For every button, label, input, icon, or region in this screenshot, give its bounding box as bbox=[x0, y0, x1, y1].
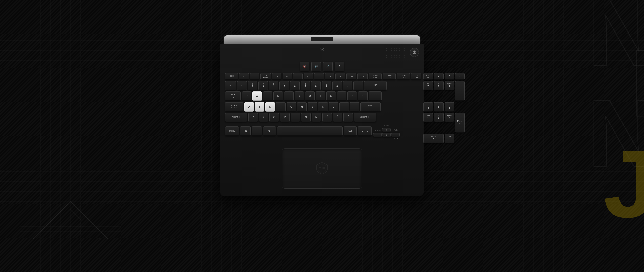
key-right-alt[interactable]: ALT bbox=[344, 126, 357, 136]
key-z[interactable]: Z bbox=[248, 113, 258, 122]
key-num-minus[interactable]: - bbox=[455, 73, 465, 80]
key-esc[interactable]: ESC bbox=[225, 73, 238, 80]
key-minus[interactable]: _- bbox=[343, 81, 352, 90]
key-num-5[interactable]: 5 bbox=[434, 102, 444, 112]
key-j[interactable]: J bbox=[308, 102, 317, 112]
key-right-shift[interactable]: SHIFT ⇧ bbox=[354, 113, 376, 122]
key-v[interactable]: V bbox=[280, 113, 290, 122]
key-f[interactable]: F bbox=[276, 102, 286, 112]
key-right-arrow[interactable]: → bbox=[391, 133, 400, 137]
key-left-ctrl[interactable]: CTRL bbox=[225, 126, 239, 136]
key-num-7[interactable]: Home7 bbox=[423, 81, 433, 90]
key-semicolon[interactable]: :; bbox=[339, 102, 349, 112]
key-u[interactable]: U bbox=[305, 91, 315, 101]
key-down-arrow[interactable]: ↓ bbox=[382, 133, 391, 137]
key-g[interactable]: G bbox=[287, 102, 296, 112]
key-num-0[interactable]: Insert0 bbox=[423, 134, 444, 143]
key-num-enter[interactable]: Enter↵ bbox=[455, 113, 465, 133]
key-equals[interactable]: += bbox=[353, 81, 363, 90]
key-m[interactable]: M bbox=[312, 113, 321, 122]
key-n[interactable]: N bbox=[301, 113, 311, 122]
key-f12[interactable]: F12 bbox=[357, 73, 368, 80]
key-1[interactable]: !1 bbox=[237, 81, 247, 90]
key-w[interactable]: W bbox=[252, 91, 262, 101]
key-num-8[interactable]: ↑8 bbox=[434, 81, 444, 90]
key-s[interactable]: S bbox=[255, 102, 264, 112]
key-left-shift[interactable]: SHIFT ⇧ bbox=[225, 113, 247, 122]
key-num-3[interactable]: PgDn3 bbox=[445, 113, 454, 122]
key-q[interactable]: Q bbox=[242, 91, 251, 101]
key-mic[interactable]: 🎤 bbox=[323, 62, 333, 71]
key-left-arrow[interactable]: ← bbox=[373, 133, 382, 137]
key-fn[interactable]: FN bbox=[240, 126, 251, 136]
key-mute[interactable]: 🔇 bbox=[300, 62, 309, 71]
key-f3[interactable]: F3AURA bbox=[260, 73, 271, 80]
key-p[interactable]: P bbox=[337, 91, 346, 101]
key-num-9[interactable]: PgUp9 bbox=[445, 81, 454, 90]
key-8[interactable]: *8 bbox=[311, 81, 321, 90]
key-9[interactable]: (9 bbox=[322, 81, 331, 90]
key-d[interactable]: D bbox=[265, 102, 275, 112]
key-backslash[interactable]: |\ bbox=[369, 91, 382, 101]
key-f5[interactable]: F5 bbox=[283, 73, 292, 80]
key-o[interactable]: O bbox=[326, 91, 336, 101]
key-prtsc[interactable]: PrtScScrLk bbox=[397, 73, 410, 80]
key-space[interactable] bbox=[277, 126, 343, 136]
key-num-plus[interactable]: + bbox=[455, 81, 465, 101]
key-i[interactable]: I bbox=[316, 91, 325, 101]
key-tilde[interactable]: ~` bbox=[225, 81, 236, 90]
key-2[interactable]: @2 bbox=[248, 81, 257, 90]
key-f7[interactable]: F7 bbox=[304, 73, 313, 80]
key-c[interactable]: C bbox=[269, 113, 279, 122]
key-pause[interactable]: PauseBreak bbox=[383, 73, 396, 80]
key-f8[interactable]: F8 bbox=[314, 73, 324, 80]
key-4[interactable]: $4 bbox=[269, 81, 278, 90]
key-period[interactable]: >. bbox=[333, 113, 342, 122]
key-e[interactable]: E bbox=[263, 91, 272, 101]
key-x[interactable]: X bbox=[259, 113, 268, 122]
key-f2[interactable]: F2 bbox=[250, 73, 259, 80]
key-a[interactable]: A bbox=[244, 102, 254, 112]
key-backspace[interactable]: ⌫ bbox=[364, 81, 387, 90]
key-num-6[interactable]: →6 bbox=[445, 102, 454, 112]
key-delete[interactable]: DeleteInsert bbox=[369, 73, 382, 80]
key-3[interactable]: #3 bbox=[258, 81, 268, 90]
key-5[interactable]: %5 bbox=[279, 81, 289, 90]
key-b[interactable]: B bbox=[291, 113, 300, 122]
key-num-divide[interactable]: / bbox=[434, 73, 444, 80]
key-up-arrow[interactable]: ↑ bbox=[382, 128, 391, 132]
key-y[interactable]: Y bbox=[295, 91, 304, 101]
key-enter[interactable]: ENTER↵ bbox=[360, 102, 381, 112]
key-quote[interactable]: "' bbox=[350, 102, 359, 112]
key-left-alt[interactable]: ALT bbox=[263, 126, 276, 136]
key-rbracket[interactable]: }] bbox=[358, 91, 368, 101]
key-caps-lock[interactable]: CAPSLOCK bbox=[225, 102, 243, 112]
key-f11[interactable]: F11 bbox=[346, 73, 356, 80]
key-home[interactable]: HomeEnd bbox=[411, 73, 421, 80]
key-tab[interactable]: TAB⇥ bbox=[225, 91, 241, 101]
key-fan[interactable]: ⚙ bbox=[335, 62, 344, 71]
key-f6[interactable]: F6 bbox=[293, 73, 303, 80]
key-r[interactable]: R bbox=[273, 91, 283, 101]
power-button[interactable]: ⏻ bbox=[410, 48, 419, 57]
key-0[interactable]: )0 bbox=[332, 81, 342, 90]
key-volume-up[interactable]: 🔊 bbox=[311, 62, 321, 71]
key-slash[interactable]: ?/ bbox=[343, 113, 353, 122]
key-windows[interactable]: ⊞ bbox=[252, 126, 262, 136]
key-f10[interactable]: F10 bbox=[335, 73, 345, 80]
key-num-1[interactable]: End1 bbox=[423, 113, 433, 122]
key-l[interactable]: L bbox=[329, 102, 338, 112]
key-f1[interactable]: F1 bbox=[239, 73, 249, 80]
key-6[interactable]: ^6 bbox=[290, 81, 300, 90]
key-f9[interactable]: F9 bbox=[325, 73, 334, 80]
key-num-lock[interactable]: NumLk bbox=[423, 73, 433, 80]
key-k[interactable]: K bbox=[318, 102, 328, 112]
key-comma[interactable]: <, bbox=[322, 113, 332, 122]
key-t[interactable]: T bbox=[284, 91, 294, 101]
key-num-multiply[interactable]: * bbox=[445, 73, 454, 80]
key-h[interactable]: H bbox=[297, 102, 307, 112]
key-7[interactable]: &7 bbox=[301, 81, 310, 90]
key-f4[interactable]: F4 bbox=[272, 73, 281, 80]
key-right-ctrl[interactable]: CTRL bbox=[358, 126, 372, 136]
key-num-4[interactable]: ←4 bbox=[423, 102, 433, 112]
